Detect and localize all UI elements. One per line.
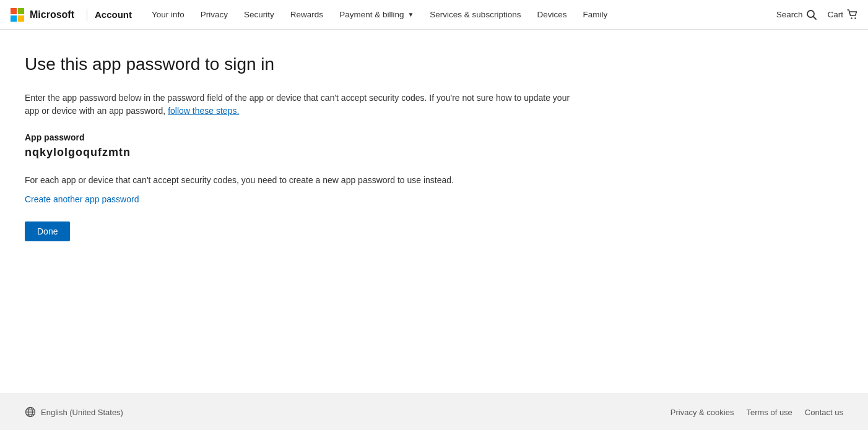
svg-rect-2	[11, 15, 17, 22]
footer-locale: English (United States)	[25, 406, 123, 418]
svg-rect-0	[11, 8, 17, 14]
svg-line-5	[814, 16, 817, 19]
cart-button[interactable]: Cart	[827, 9, 858, 20]
footer-links: Privacy & cookies Terms of use Contact u…	[671, 408, 843, 417]
nav-divider	[87, 9, 87, 21]
search-icon	[806, 9, 817, 20]
chevron-down-icon: ▼	[407, 11, 414, 18]
create-another-link[interactable]: Create another app password	[25, 194, 139, 204]
instruction-text: For each app or device that can't accept…	[25, 174, 458, 187]
nav-right: Search Cart	[776, 9, 858, 20]
microsoft-logo[interactable]: Microsoft	[10, 7, 74, 22]
footer-contact-us[interactable]: Contact us	[805, 408, 843, 417]
nav-link-family[interactable]: Family	[575, 7, 615, 22]
svg-point-7	[854, 17, 856, 19]
cart-label: Cart	[827, 10, 843, 19]
nav-bar: Microsoft Account Your info Privacy Secu…	[0, 0, 868, 30]
main-content: Use this app password to sign in Enter t…	[0, 30, 868, 393]
search-label: Search	[776, 10, 803, 19]
app-password-value: nqkylolgoqufzmtn	[25, 146, 843, 159]
nav-link-payment-billing[interactable]: Payment & billing ▼	[332, 7, 421, 22]
footer-privacy-cookies[interactable]: Privacy & cookies	[671, 408, 734, 417]
nav-link-services-subscriptions[interactable]: Services & subscriptions	[422, 7, 528, 22]
nav-link-devices[interactable]: Devices	[529, 7, 574, 22]
follow-steps-link[interactable]: follow these steps.	[168, 106, 239, 116]
globe-icon	[25, 406, 36, 418]
locale-text: English (United States)	[41, 408, 123, 417]
cart-icon	[847, 9, 858, 20]
svg-rect-1	[18, 8, 24, 14]
app-password-label: App password	[25, 132, 843, 142]
footer: English (United States) Privacy & cookie…	[0, 393, 868, 430]
nav-brand: Account	[95, 9, 132, 20]
search-button[interactable]: Search	[776, 9, 818, 20]
svg-rect-3	[18, 15, 24, 22]
done-button[interactable]: Done	[25, 221, 70, 241]
footer-terms-of-use[interactable]: Terms of use	[746, 408, 792, 417]
page-title: Use this app password to sign in	[25, 54, 843, 74]
svg-point-6	[851, 17, 852, 19]
nav-link-your-info[interactable]: Your info	[144, 7, 192, 22]
nav-link-privacy[interactable]: Privacy	[193, 7, 235, 22]
nav-link-security[interactable]: Security	[237, 7, 282, 22]
nav-links: Your info Privacy Security Rewards Payme…	[144, 7, 776, 22]
nav-link-rewards[interactable]: Rewards	[283, 7, 331, 22]
microsoft-logo-text: Microsoft	[30, 9, 74, 20]
description-text: Enter the app password below in the pass…	[25, 92, 582, 118]
